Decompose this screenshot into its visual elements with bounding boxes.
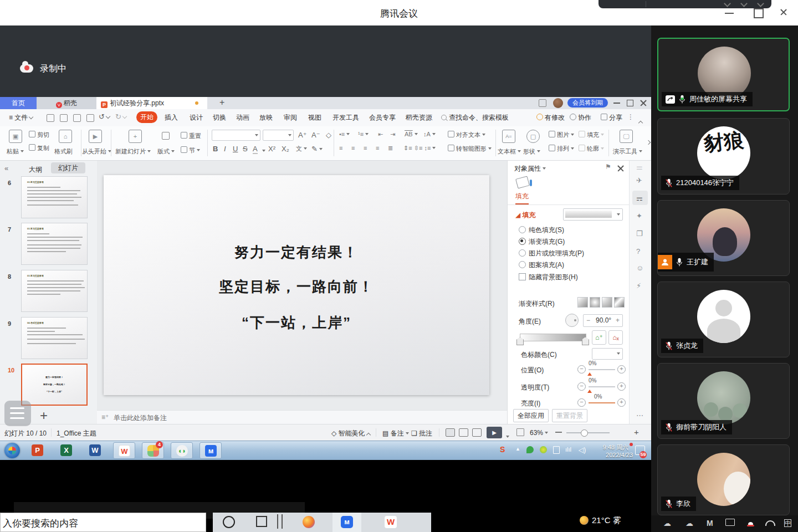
gradient-style-path[interactable] bbox=[614, 297, 625, 308]
bullets-button[interactable]: •≡ bbox=[339, 131, 350, 137]
cloud-icon[interactable]: ☁ bbox=[686, 519, 693, 528]
taskbar-tencent-meeting[interactable]: ᴍ bbox=[200, 442, 222, 459]
member-expiry-pill[interactable]: 会员将到期 bbox=[567, 98, 608, 108]
taskbar-wechat[interactable]: ◖◗ bbox=[171, 442, 193, 459]
wps-minimize-button[interactable] bbox=[613, 103, 620, 104]
reset-background-button[interactable]: 重置背景 bbox=[552, 409, 587, 422]
font-color-button[interactable]: A bbox=[253, 145, 258, 154]
from-beginning-button[interactable]: 从头开始 bbox=[82, 147, 111, 156]
justify-icon[interactable]: ≡ bbox=[376, 145, 379, 151]
comments-button[interactable]: ❏ 批注 bbox=[411, 429, 432, 438]
decrease-indent-icon[interactable]: ⇤ bbox=[378, 131, 383, 138]
fill-section-header[interactable]: ◢ 填充 bbox=[515, 211, 536, 220]
participant-tile[interactable]: 王扩建 bbox=[657, 200, 790, 276]
wps-icon[interactable]: W bbox=[385, 516, 397, 528]
zoom-slider-thumb[interactable] bbox=[581, 429, 588, 437]
print-preview-icon[interactable] bbox=[86, 114, 94, 122]
tray-speedball-icon[interactable] bbox=[540, 446, 547, 455]
angle-minus[interactable]: − bbox=[586, 316, 590, 324]
selection-pane-icon[interactable]: ❐ bbox=[636, 229, 643, 238]
pin-icon[interactable]: ⚑ bbox=[605, 163, 611, 171]
taskbar-powerpoint[interactable]: P bbox=[27, 442, 49, 459]
align-text-button[interactable]: 对齐文本 bbox=[448, 131, 485, 139]
tab-docer-resources[interactable]: 稻壳资源 bbox=[406, 113, 432, 122]
tab-slides[interactable]: 幻灯片 bbox=[51, 162, 85, 173]
transparency-plus[interactable]: + bbox=[617, 382, 626, 391]
slideshow-play-button[interactable]: ▶ bbox=[487, 427, 502, 438]
tray-shield-icon[interactable] bbox=[526, 446, 534, 455]
minimize-button[interactable] bbox=[720, 7, 737, 19]
textbox-icon[interactable]: A= bbox=[502, 130, 515, 143]
shapes-icon[interactable]: ▢ bbox=[526, 130, 540, 143]
smart-graphic-button[interactable]: 转智能图形 bbox=[448, 145, 492, 153]
notes-placeholder[interactable]: 单击此处添加备注 bbox=[114, 413, 167, 423]
distribute-icon[interactable]: ≣ bbox=[388, 145, 393, 152]
collapse-panel-button[interactable]: « bbox=[4, 164, 8, 172]
chevron-down-icon[interactable] bbox=[724, 0, 731, 7]
radio-picture-fill[interactable] bbox=[519, 249, 526, 257]
transparency-minus[interactable]: − bbox=[577, 382, 586, 391]
tab-view[interactable]: 视图 bbox=[308, 113, 321, 122]
sticker-icon[interactable]: ☺ bbox=[636, 264, 643, 272]
gradient-style-linear[interactable] bbox=[577, 297, 588, 308]
phonetic-guide-button[interactable]: 文 bbox=[296, 145, 307, 153]
layout-switch-icon[interactable] bbox=[539, 99, 546, 107]
participant-tile[interactable]: 豺狼 212040146张宁宁 bbox=[657, 118, 790, 195]
export-icon[interactable] bbox=[60, 114, 68, 122]
format-painter-icon[interactable]: ⌂ bbox=[59, 130, 72, 143]
command-search[interactable]: 查找命令、搜索模板 bbox=[441, 113, 509, 122]
task-view-icon[interactable] bbox=[256, 516, 267, 527]
meeting-floating-toolbar[interactable] bbox=[598, 0, 771, 8]
slide-list-floating-button[interactable] bbox=[4, 401, 31, 426]
ribbon-scroll-right[interactable] bbox=[645, 137, 650, 147]
undo-icon[interactable]: ↺ bbox=[99, 112, 110, 121]
add-stop-button[interactable]: ⌂⁺ bbox=[592, 330, 606, 345]
collaborate-button[interactable]: 协作 bbox=[570, 113, 591, 122]
start-button[interactable] bbox=[4, 443, 20, 458]
tab-insert[interactable]: 插入 bbox=[165, 113, 178, 122]
wifi-icon[interactable] bbox=[765, 519, 775, 528]
participant-tile-sharing[interactable]: 周佳敏的屏幕共享 bbox=[657, 38, 790, 111]
tab-docer[interactable]: V稻壳 bbox=[37, 97, 96, 109]
tab-animation[interactable]: 动画 bbox=[236, 113, 249, 122]
radio-pattern-fill[interactable] bbox=[519, 261, 526, 268]
transparency-slider[interactable] bbox=[587, 387, 592, 393]
bold-button[interactable]: B bbox=[213, 145, 218, 153]
slide-thumbnail-9[interactable]: 04-考试注意事项 bbox=[21, 317, 88, 359]
angle-dial[interactable] bbox=[565, 314, 579, 327]
notes-button[interactable]: ▤ 备注 bbox=[382, 429, 409, 438]
font-name-select[interactable] bbox=[212, 130, 260, 141]
tab-slideshow[interactable]: 放映 bbox=[259, 113, 273, 122]
participant-tile[interactable]: 御前带刀阴阳人 bbox=[657, 363, 790, 439]
line-spacing-button[interactable]: ⇕≡ ⇳≡ ↕≡ bbox=[403, 145, 436, 152]
presentation-tools-button[interactable]: 演示工具 bbox=[613, 147, 642, 156]
tab-member[interactable]: 会员专享 bbox=[369, 113, 396, 122]
host-search-box[interactable]: 入你要搜索的内容 bbox=[0, 513, 206, 532]
file-menu[interactable]: ≡ 文件 bbox=[9, 113, 33, 122]
close-button[interactable] bbox=[776, 8, 792, 20]
tray-clipboard-icon[interactable] bbox=[553, 446, 560, 456]
hide-background-label[interactable]: 隐藏背景图形(H) bbox=[529, 273, 578, 282]
add-slide-button[interactable]: + bbox=[40, 408, 48, 423]
taskbar-wps-active[interactable]: W bbox=[113, 442, 135, 459]
position-minus[interactable]: − bbox=[577, 365, 586, 374]
tab-design[interactable]: 设计 bbox=[190, 113, 203, 122]
rocket-icon[interactable]: ✈ bbox=[636, 176, 642, 185]
picture-fill-label[interactable]: 图片或纹理填充(P) bbox=[529, 249, 584, 258]
wps-account-avatar[interactable] bbox=[553, 98, 563, 108]
cut-button[interactable]: 剪切 bbox=[29, 131, 49, 139]
gradient-stop-bar[interactable] bbox=[520, 334, 586, 341]
ime-indicator[interactable]: 中 bbox=[784, 518, 791, 528]
firefox-icon[interactable] bbox=[303, 516, 315, 528]
tray-expand-arrow[interactable]: ▲ bbox=[515, 446, 520, 452]
zoom-in-button[interactable]: + bbox=[634, 427, 639, 437]
more-menu[interactable]: ⋮ bbox=[627, 113, 634, 121]
chevron-down-icon[interactable] bbox=[757, 0, 764, 7]
tab-document[interactable]: P初试经验分享.pptx bbox=[96, 97, 207, 109]
slide-thumbnail-6[interactable]: 03-复习注意事项 bbox=[21, 176, 88, 218]
align-left-icon[interactable]: ≡ bbox=[339, 145, 344, 151]
gradient-style-rect[interactable] bbox=[602, 297, 612, 308]
numbering-button[interactable]: ¹≡ bbox=[358, 131, 369, 137]
taskbar-clover-app[interactable]: 4 bbox=[142, 442, 164, 459]
fit-slide-icon[interactable] bbox=[516, 428, 524, 436]
